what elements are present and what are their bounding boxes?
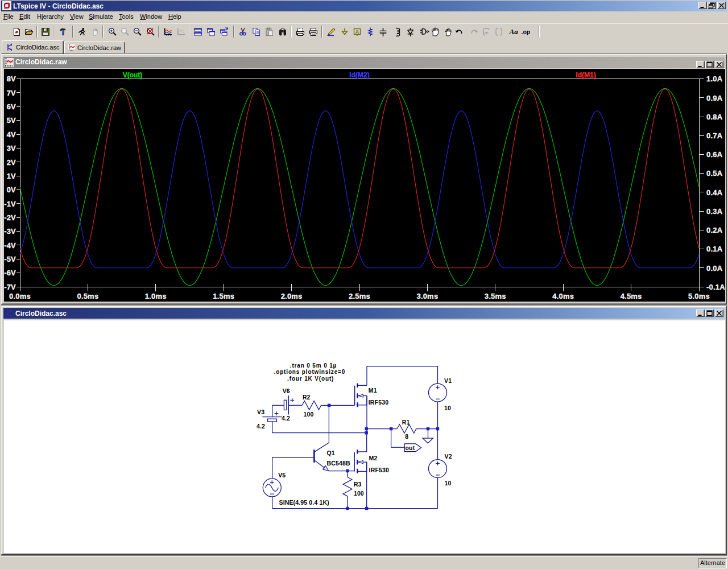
svg-text:.four 1K V(out): .four 1K V(out)	[287, 376, 334, 382]
svg-text:out: out	[406, 444, 415, 451]
svg-text:V1: V1	[444, 377, 452, 384]
svg-text:Q1: Q1	[327, 450, 335, 456]
svg-text:V6: V6	[283, 387, 290, 394]
svg-text:100: 100	[304, 411, 314, 418]
svg-text:M2: M2	[369, 455, 378, 461]
svg-text:100: 100	[354, 490, 364, 497]
svg-text:8: 8	[405, 433, 408, 440]
svg-text:10: 10	[444, 405, 451, 411]
svg-text:R3: R3	[354, 481, 362, 488]
svg-text:BC548B: BC548B	[327, 460, 350, 467]
svg-text:10: 10	[445, 480, 452, 486]
svg-text:.tran 0 5m 0 1µ: .tran 0 5m 0 1µ	[290, 362, 337, 369]
svg-text:IRF530: IRF530	[369, 399, 388, 406]
svg-text:R2: R2	[303, 394, 311, 401]
svg-text:V2: V2	[445, 453, 452, 460]
svg-text:IRF530: IRF530	[369, 467, 389, 473]
svg-text:SINE(4.95 0.4 1K): SINE(4.95 0.4 1K)	[279, 499, 329, 506]
svg-text:4.2: 4.2	[282, 415, 290, 422]
svg-text:V5: V5	[278, 472, 286, 479]
svg-text:V3: V3	[257, 409, 264, 415]
svg-text:R1: R1	[402, 419, 410, 426]
svg-text:4.2: 4.2	[257, 423, 265, 430]
svg-text:M1: M1	[369, 387, 377, 394]
svg-text:.options plotwinsize=0: .options plotwinsize=0	[274, 369, 346, 375]
